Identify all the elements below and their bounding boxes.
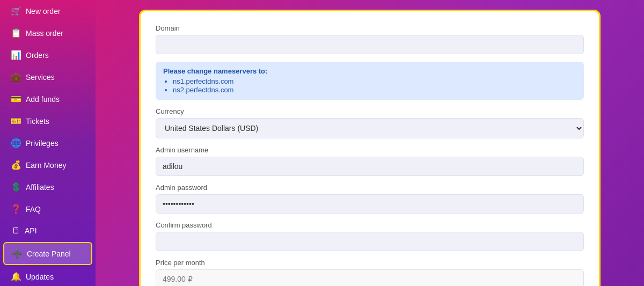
- add-funds-icon: 💳: [11, 94, 21, 104]
- confirm-password-label: Confirm password: [156, 221, 584, 229]
- info-title: Please change nameservers to:: [163, 67, 576, 75]
- sidebar-item-orders[interactable]: 📊Orders: [3, 45, 92, 65]
- price-label: Price per month: [156, 259, 584, 267]
- create-panel-icon: ➕: [12, 248, 23, 259]
- confirm-password-input[interactable]: [156, 232, 584, 251]
- admin-username-input[interactable]: [156, 157, 584, 176]
- faq-icon: ❓: [11, 204, 21, 214]
- sidebar-item-label: Mass order: [26, 29, 63, 38]
- sidebar-item-label: Updates: [26, 273, 54, 281]
- currency-select[interactable]: United States Dollars (USD) Euro (EUR) B…: [156, 118, 584, 138]
- sidebar-item-create-panel[interactable]: ➕Create Panel: [3, 242, 92, 265]
- new-order-icon: 🛒: [11, 6, 21, 16]
- earn-money-icon: 💰: [11, 160, 21, 170]
- admin-password-label: Admin password: [156, 184, 584, 192]
- sidebar-item-earn-money[interactable]: 💰Earn Money: [3, 155, 92, 175]
- sidebar-item-label: Services: [26, 73, 55, 82]
- sidebar-item-api[interactable]: 🖥API: [3, 221, 92, 241]
- sidebar-item-label: Tickets: [26, 117, 49, 126]
- sidebar-item-mass-order[interactable]: 📋Mass order: [3, 23, 92, 43]
- sidebar-item-label: New order: [26, 7, 61, 16]
- ns1: ns1.perfectdns.com: [173, 77, 576, 85]
- admin-username-group: Admin username: [156, 146, 584, 176]
- ns2: ns2.perfectdns.com: [173, 86, 576, 94]
- currency-label: Currency: [156, 107, 584, 115]
- privileges-icon: 🌐: [11, 138, 21, 148]
- sidebar-item-label: Add funds: [26, 95, 60, 104]
- currency-group: Currency United States Dollars (USD) Eur…: [156, 107, 584, 138]
- sidebar-item-affiliates[interactable]: 💲Affiliates: [3, 177, 92, 197]
- admin-username-label: Admin username: [156, 146, 584, 154]
- sidebar-item-faq[interactable]: ❓FAQ: [3, 199, 92, 219]
- sidebar-item-label: Orders: [26, 51, 49, 60]
- sidebar-item-services[interactable]: 💼Services: [3, 67, 92, 87]
- orders-icon: 📊: [11, 50, 21, 60]
- sidebar-item-label: Earn Money: [26, 161, 66, 170]
- price-group: Price per month: [156, 259, 584, 286]
- domain-label: Domain: [156, 24, 584, 32]
- domain-input[interactable]: [156, 35, 584, 54]
- sidebar-item-privileges[interactable]: 🌐Privileges: [3, 133, 92, 153]
- services-icon: 💼: [11, 72, 21, 82]
- tickets-icon: 🎫: [11, 116, 21, 126]
- admin-password-group: Admin password: [156, 184, 584, 214]
- main-content: Domain Please change nameservers to: ns1…: [96, 0, 644, 286]
- updates-icon: 🔔: [11, 272, 21, 282]
- domain-group: Domain: [156, 24, 584, 54]
- sidebar-item-updates[interactable]: 🔔Updates: [3, 266, 92, 286]
- sidebar: 🛒New order📋Mass order📊Orders💼Services💳Ad…: [0, 0, 96, 286]
- admin-password-input[interactable]: [156, 194, 584, 214]
- affiliates-icon: 💲: [11, 182, 21, 192]
- sidebar-item-label: FAQ: [26, 205, 41, 214]
- sidebar-item-label: API: [25, 226, 37, 235]
- sidebar-item-add-funds[interactable]: 💳Add funds: [3, 89, 92, 109]
- sidebar-item-label: Affiliates: [26, 183, 54, 192]
- sidebar-item-label: Privileges: [26, 139, 58, 148]
- create-panel-form: Domain Please change nameservers to: ns1…: [139, 10, 601, 286]
- sidebar-item-new-order[interactable]: 🛒New order: [3, 1, 92, 21]
- price-input[interactable]: [156, 269, 584, 286]
- api-icon: 🖥: [11, 226, 20, 236]
- confirm-password-group: Confirm password: [156, 221, 584, 251]
- nameserver-info: Please change nameservers to: ns1.perfec…: [156, 62, 584, 100]
- sidebar-item-label: Create Panel: [27, 250, 71, 258]
- mass-order-icon: 📋: [11, 28, 21, 38]
- sidebar-item-tickets[interactable]: 🎫Tickets: [3, 111, 92, 131]
